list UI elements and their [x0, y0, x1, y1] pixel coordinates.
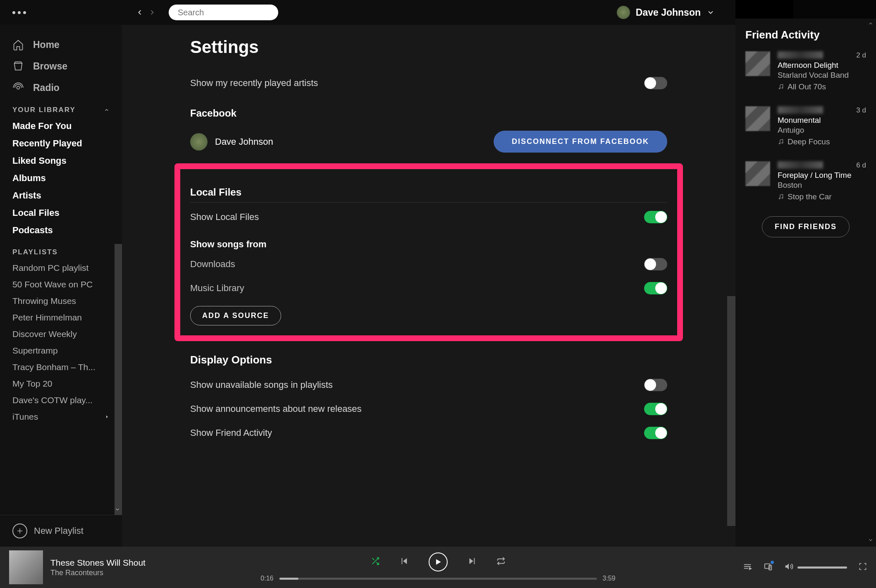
show-songs-from-header: Show songs from — [190, 239, 667, 250]
username-label: Dave Johnson — [636, 7, 701, 18]
browse-icon — [12, 60, 24, 72]
setting-show-unavailable: Show unavailable songs in playlists — [190, 373, 667, 397]
friend-avatar — [745, 51, 770, 76]
facebook-account-row: Dave Johnson DISCONNECT FROM FACEBOOK — [190, 131, 667, 153]
library-albums[interactable]: Albums — [0, 170, 122, 187]
friend-activity-item[interactable]: 2 d Afternoon Delight Starland Vocal Ban… — [745, 51, 866, 91]
progress-bar[interactable] — [279, 578, 597, 580]
chevron-up-icon — [104, 107, 110, 113]
back-button[interactable] — [134, 6, 146, 19]
setting-music-library: Music Library — [190, 276, 667, 300]
toggle-music-library[interactable] — [644, 282, 667, 294]
setting-show-local-files: Show Local Files — [190, 205, 667, 229]
setting-downloads: Downloads — [190, 252, 667, 276]
new-playlist-button[interactable]: New Playlist — [0, 515, 122, 547]
volume-slider[interactable] — [797, 566, 847, 569]
playlist-item[interactable]: Peter Himmelman — [0, 309, 122, 326]
playlist-item-folder[interactable]: iTunes — [0, 409, 122, 425]
play-button[interactable] — [429, 552, 448, 571]
nav-radio[interactable]: Radio — [0, 77, 122, 98]
shuffle-button[interactable] — [371, 557, 380, 567]
chevron-up-icon[interactable] — [868, 21, 874, 28]
svg-marker-16 — [403, 558, 407, 564]
friend-avatar — [745, 161, 770, 186]
your-library-header[interactable]: YOUR LIBRARY — [0, 98, 122, 117]
svg-marker-19 — [469, 558, 473, 564]
now-playing-artist[interactable]: The Raconteurs — [50, 569, 146, 577]
plus-icon — [12, 523, 27, 538]
svg-point-6 — [17, 86, 20, 89]
sidebar-scrollbar[interactable] — [115, 244, 122, 515]
svg-marker-24 — [749, 568, 752, 570]
library-recently-played[interactable]: Recently Played — [0, 135, 122, 152]
svg-point-12 — [779, 143, 780, 144]
svg-marker-27 — [785, 564, 789, 570]
setting-show-announcements: Show announcements about new releases — [190, 397, 667, 421]
forward-button[interactable] — [146, 6, 158, 19]
user-menu[interactable]: Dave Johnson — [617, 6, 723, 19]
add-source-button[interactable]: ADD A SOURCE — [190, 306, 281, 325]
setting-show-recent-artists: Show my recently played artists — [190, 71, 667, 95]
chevron-down-icon — [707, 8, 715, 17]
topbar: Dave Johnson — [0, 0, 735, 25]
library-podcasts[interactable]: Podcasts — [0, 222, 122, 239]
queue-button[interactable] — [743, 562, 752, 573]
toggle-show-announcements[interactable] — [644, 403, 667, 415]
friend-activity-item[interactable]: 6 d Foreplay / Long Time Boston Stop the… — [745, 161, 866, 201]
now-playing-artwork[interactable] — [9, 550, 43, 584]
playlist-item[interactable]: Supertramp — [0, 342, 122, 359]
disconnect-facebook-button[interactable]: DISCONNECT FROM FACEBOOK — [494, 131, 667, 153]
library-liked-songs[interactable]: Liked Songs — [0, 152, 122, 170]
library-made-for-you[interactable]: Made For You — [0, 117, 122, 135]
now-playing-track[interactable]: These Stones Will Shout — [50, 558, 146, 568]
now-playing-bar: These Stones Will Shout The Raconteurs 0… — [0, 547, 876, 588]
playlist-item[interactable]: Tracy Bonham – Th... — [0, 359, 122, 375]
playlist-item[interactable]: Dave's COTW play... — [0, 392, 122, 409]
page-title: Settings — [190, 37, 667, 57]
toggle-show-local-files[interactable] — [644, 211, 667, 223]
section-local-files: Local Files — [190, 186, 667, 203]
playlist-item[interactable]: Discover Weekly — [0, 326, 122, 342]
friend-activity-item[interactable]: 3 d Monumental Antuigo Deep Focus — [745, 106, 866, 146]
music-note-icon — [778, 194, 784, 200]
home-icon — [12, 39, 24, 50]
section-facebook: Facebook — [190, 108, 667, 123]
toggle-show-friend-activity[interactable] — [644, 427, 667, 439]
friend-name-redacted — [778, 106, 823, 114]
svg-marker-18 — [436, 559, 441, 564]
friend-avatar — [745, 106, 770, 131]
friend-name-redacted — [778, 51, 823, 59]
volume-icon[interactable] — [784, 562, 793, 573]
search-input[interactable] — [178, 8, 282, 17]
nav-home[interactable]: Home — [0, 34, 122, 55]
find-friends-button[interactable]: FIND FRIENDS — [762, 216, 850, 237]
fullscreen-button[interactable] — [859, 562, 867, 572]
search-box[interactable] — [169, 5, 278, 20]
chevron-down-icon[interactable] — [115, 507, 120, 514]
nav-browse[interactable]: Browse — [0, 55, 122, 77]
facebook-avatar — [190, 133, 208, 151]
playlist-item[interactable]: Throwing Muses — [0, 293, 122, 309]
toggle-downloads[interactable] — [644, 258, 667, 270]
playlist-item[interactable]: My Top 20 — [0, 375, 122, 392]
chevron-down-icon[interactable] — [868, 537, 874, 545]
elapsed-time: 0:16 — [260, 575, 273, 582]
svg-rect-17 — [401, 558, 402, 564]
music-note-icon — [778, 84, 784, 90]
friend-activity-panel: Friend Activity 2 d Afternoon Delight St… — [735, 19, 876, 547]
svg-point-14 — [779, 198, 780, 199]
chevron-right-icon — [105, 414, 110, 419]
playlist-item[interactable]: 50 Foot Wave on PC — [0, 276, 122, 293]
toggle-show-recent-artists[interactable] — [644, 77, 667, 89]
previous-button[interactable] — [400, 557, 409, 567]
playlist-item[interactable]: Random PC playlist — [0, 260, 122, 276]
library-artists[interactable]: Artists — [0, 187, 122, 204]
app-menu-dots[interactable] — [12, 11, 26, 14]
main-scrollbar[interactable] — [727, 296, 735, 526]
left-sidebar: Home Browse Radio YOUR LIBRARY Made For … — [0, 25, 122, 547]
devices-button[interactable] — [764, 562, 773, 573]
toggle-show-unavailable[interactable] — [644, 379, 667, 391]
repeat-button[interactable] — [496, 557, 506, 567]
library-local-files[interactable]: Local Files — [0, 204, 122, 222]
next-button[interactable] — [468, 557, 477, 567]
